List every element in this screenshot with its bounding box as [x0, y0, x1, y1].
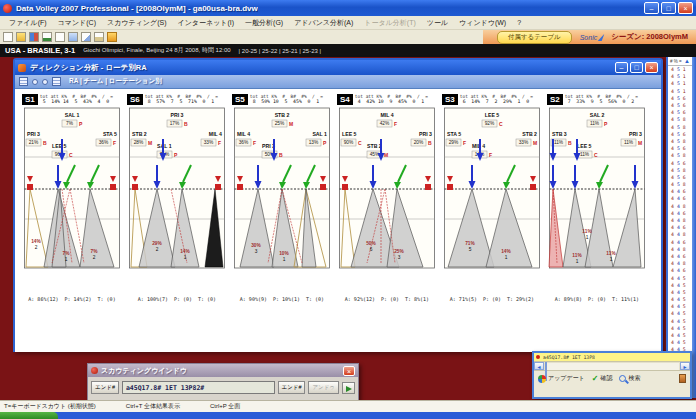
menu-item[interactable]: ウィンドウ(W) [454, 17, 511, 29]
scrollbar-track[interactable] [545, 363, 679, 370]
svg-text:M: M [289, 121, 293, 127]
open-orange-icon[interactable] [107, 32, 117, 42]
code-row[interactable]: 446 [668, 239, 692, 246]
menu-item[interactable]: スカウティング(S) [102, 17, 171, 29]
minimize-button[interactable]: – [644, 2, 659, 14]
code-row[interactable]: 458 [668, 167, 692, 174]
tool-orange-icon[interactable] [679, 374, 686, 383]
code-row[interactable]: 451 [668, 88, 692, 95]
code-row[interactable]: 445 [668, 274, 692, 281]
code-row[interactable]: 445 [668, 282, 692, 289]
new-document-icon[interactable] [3, 32, 13, 42]
svg-text:LEE 5: LEE 5 [52, 143, 67, 149]
code-row[interactable]: 456 [668, 95, 692, 102]
menu-item[interactable]: アドバンス分析(A) [289, 17, 358, 29]
analysis-minimize-button[interactable]: – [615, 62, 628, 73]
scroll-right-icon[interactable]: ► [680, 362, 690, 370]
horizontal-scrollbar[interactable]: ◄ ► [534, 362, 690, 371]
code-row[interactable]: 446 [668, 267, 692, 274]
undo-yellow-icon[interactable] [16, 32, 26, 42]
code-row[interactable]: 458 [668, 181, 692, 188]
copy-icon[interactable] [94, 32, 104, 42]
grid-view-icon[interactable] [52, 77, 61, 86]
code-row[interactable]: 446 [668, 195, 692, 202]
rotation-label: S6 [127, 94, 143, 105]
option-dot-icon[interactable] [42, 79, 48, 85]
menu-item[interactable]: インターネット(I) [172, 17, 239, 29]
end-code-left-button[interactable]: エンド# [91, 381, 119, 394]
code-row[interactable]: 456 [668, 159, 692, 166]
close-button[interactable]: × [678, 2, 693, 14]
code-row[interactable]: 445 [668, 296, 692, 303]
scroll-left-icon[interactable]: ◄ [534, 362, 544, 370]
analysis-close-button[interactable]: × [645, 62, 658, 73]
code-row[interactable]: 456 [668, 174, 692, 181]
image-icon[interactable] [29, 32, 39, 42]
code-row[interactable]: 451 [668, 73, 692, 80]
window-icon[interactable] [68, 32, 78, 42]
code-row[interactable]: 458 [668, 124, 692, 131]
code-row[interactable]: 445 [668, 332, 692, 339]
update-button[interactable]: アップデート [538, 374, 585, 383]
code-row[interactable]: 456 [668, 109, 692, 116]
code-row[interactable]: 456 [668, 145, 692, 152]
code-cell: 1 [683, 67, 686, 72]
search-button[interactable]: 検索 [619, 374, 640, 383]
menu-item[interactable]: コマンド(C) [53, 17, 101, 29]
document-icon[interactable] [55, 32, 65, 42]
code-row[interactable]: 448 [668, 231, 692, 238]
code-row[interactable]: 448 [668, 217, 692, 224]
maximize-button[interactable]: □ [661, 2, 676, 14]
highlighted-code-row[interactable]: a45Q17.8# 1ET 13P8 [534, 353, 690, 362]
scouting-close-button[interactable]: × [343, 366, 355, 376]
code-row[interactable]: 445 [668, 303, 692, 310]
menu-item[interactable]: ツール [422, 17, 453, 29]
scouting-window-titlebar[interactable]: スカウティングウインドウ × [88, 364, 358, 377]
end-code-right-button[interactable]: エンド# [278, 381, 306, 394]
scout-code-input[interactable] [122, 381, 275, 394]
code-row[interactable]: 445 [668, 310, 692, 317]
code-row[interactable]: 458 [668, 152, 692, 159]
analysis-window-titlebar[interactable]: ディレクション分析 - ローテ別RA – □ × [15, 60, 661, 75]
option-dot-icon[interactable] [32, 79, 38, 85]
layout-menu-icon[interactable] [19, 77, 28, 86]
code-row[interactable]: 445 [668, 325, 692, 332]
menu-item[interactable]: 一般分析(G) [240, 17, 288, 29]
enter-green-icon[interactable] [342, 382, 355, 394]
code-row[interactable]: 446 [668, 188, 692, 195]
code-row[interactable]: 451 [668, 66, 692, 73]
update-label: アップデート [548, 374, 585, 383]
code-row[interactable]: 458 [668, 138, 692, 145]
code-row[interactable]: 448 [668, 203, 692, 210]
code-cell: 4 [671, 146, 674, 151]
code-row[interactable]: 458 [668, 116, 692, 123]
start-button[interactable] [0, 412, 58, 419]
menu-item[interactable]: ? [512, 18, 526, 27]
scroll-up-icon[interactable]: ▲ [684, 58, 690, 64]
analysis-maximize-button[interactable]: □ [630, 62, 643, 73]
code-list-panel[interactable]: # % = ▲ 45145145145145645645645845845645… [666, 57, 692, 398]
code-row[interactable]: 446 [668, 224, 692, 231]
undo-button[interactable]: アンドゥ [308, 381, 339, 394]
svg-text:B: B [279, 152, 283, 158]
chart-icon[interactable] [42, 32, 52, 42]
code-row[interactable]: 456 [668, 102, 692, 109]
code-row[interactable]: 446 [668, 253, 692, 260]
svg-text:1: 1 [283, 257, 286, 262]
confirm-button[interactable]: ✓ 確認 [592, 374, 613, 383]
menu-item[interactable]: ファイル(F) [4, 17, 52, 29]
code-row[interactable]: 448 [668, 260, 692, 267]
code-row[interactable]: 445 [668, 289, 692, 296]
code-row[interactable]: 445 [668, 339, 692, 346]
scouting-window-body: エンド# エンド# アンドゥ [88, 377, 358, 398]
code-cell: 5 [677, 110, 680, 115]
code-cell: 5 [677, 117, 680, 122]
code-row[interactable]: 451 [668, 80, 692, 87]
edit-form-icon[interactable] [81, 32, 91, 42]
code-row[interactable]: 448 [668, 246, 692, 253]
svg-text:F: F [489, 152, 492, 158]
code-row[interactable]: 445 [668, 318, 692, 325]
code-row[interactable]: 446 [668, 210, 692, 217]
attached-table-button[interactable]: 付属するテーブル [497, 31, 572, 44]
code-row[interactable]: 456 [668, 131, 692, 138]
